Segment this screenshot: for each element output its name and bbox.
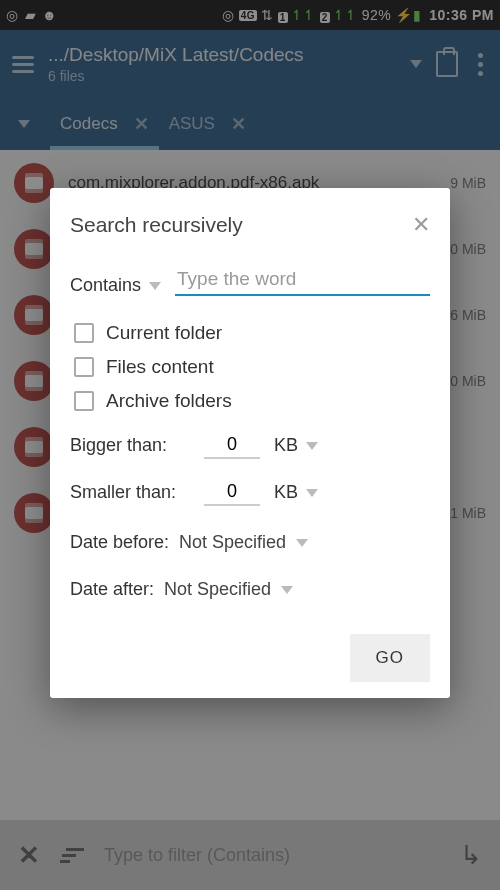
date-after-label: Date after: [70, 579, 154, 600]
bigger-than-label: Bigger than: [70, 435, 190, 456]
go-button[interactable]: GO [350, 634, 430, 682]
smaller-unit-dropdown[interactable]: KB [274, 482, 318, 503]
chevron-down-icon[interactable] [281, 586, 293, 594]
chevron-down-icon [306, 442, 318, 450]
chevron-down-icon[interactable] [296, 539, 308, 547]
checkbox-files-content[interactable]: Files content [74, 356, 430, 378]
checkbox-label: Archive folders [106, 390, 232, 412]
checkbox-icon [74, 357, 94, 377]
date-before-label: Date before: [70, 532, 169, 553]
checkbox-label: Files content [106, 356, 214, 378]
smaller-than-label: Smaller than: [70, 482, 190, 503]
checkbox-icon [74, 323, 94, 343]
checkbox-label: Current folder [106, 322, 222, 344]
date-before-value[interactable]: Not Specified [179, 532, 286, 553]
date-after-value[interactable]: Not Specified [164, 579, 271, 600]
smaller-than-input[interactable] [204, 479, 260, 506]
chevron-down-icon [306, 489, 318, 497]
chevron-down-icon [149, 282, 161, 290]
checkbox-icon [74, 391, 94, 411]
bigger-than-input[interactable] [204, 432, 260, 459]
unit-label: KB [274, 435, 298, 456]
checkbox-archive-folders[interactable]: Archive folders [74, 390, 430, 412]
checkbox-current-folder[interactable]: Current folder [74, 322, 430, 344]
search-mode-label: Contains [70, 275, 141, 296]
search-input[interactable] [175, 264, 430, 296]
bigger-unit-dropdown[interactable]: KB [274, 435, 318, 456]
dialog-title: Search recursively [70, 213, 243, 237]
close-dialog-button[interactable]: ✕ [412, 212, 430, 238]
unit-label: KB [274, 482, 298, 503]
search-mode-dropdown[interactable]: Contains [70, 275, 161, 296]
search-dialog: Search recursively ✕ Contains Current fo… [50, 188, 450, 698]
